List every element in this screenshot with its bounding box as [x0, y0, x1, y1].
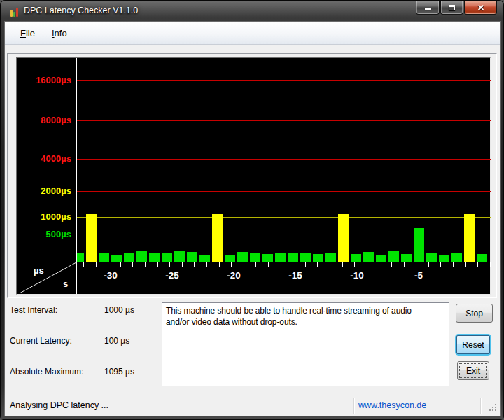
x-tick-mark	[268, 262, 269, 267]
x-tick-mark	[219, 262, 220, 267]
window-title: DPC Latency Checker V1.1.0	[24, 6, 138, 15]
x-unit-label: s	[63, 279, 68, 289]
latency-bar	[288, 253, 298, 262]
app-window: DPC Latency Checker V1.1.0 File Info 160…	[0, 0, 504, 420]
latency-bar	[376, 255, 386, 262]
latency-bar	[212, 214, 223, 262]
menubar: File Info	[5, 22, 500, 45]
stat-current-latency: Current Latency: 100 µs	[10, 336, 157, 347]
latency-bar	[149, 253, 160, 262]
latency-chart: 16000µs8000µs4000µs2000µs1000µs500µs µs …	[16, 57, 491, 295]
y-unit-label: µs	[34, 265, 44, 276]
latency-bar	[363, 252, 374, 262]
latency-bar	[464, 214, 475, 262]
x-tick-mark	[206, 262, 207, 267]
x-tick-label: -5	[414, 270, 423, 281]
gridline-16000	[77, 80, 491, 81]
status-separator	[480, 398, 481, 414]
x-tick-mark	[194, 262, 195, 267]
x-tick-mark	[255, 262, 256, 267]
latency-bar	[439, 255, 449, 262]
plot-area	[77, 58, 491, 262]
minimize-button[interactable]	[416, 1, 440, 15]
x-tick-mark	[391, 262, 392, 267]
latency-bar	[426, 253, 437, 262]
x-tick-mark	[453, 262, 454, 267]
y-tick-label: 8000µs	[41, 114, 71, 127]
gridline-500	[77, 234, 491, 235]
latency-bar	[414, 227, 424, 262]
x-tick-mark	[477, 262, 478, 267]
x-tick-mark	[169, 262, 170, 267]
stat-label: Test Interval:	[10, 305, 57, 315]
x-tick-mark	[490, 262, 491, 267]
latency-bar	[401, 254, 412, 262]
x-tick-mark	[416, 262, 416, 267]
x-tick-mark	[404, 262, 405, 267]
x-tick-mark	[120, 262, 121, 267]
stat-value: 1095 µs	[104, 367, 134, 377]
gridline-4000	[77, 159, 491, 160]
x-tick-mark	[379, 262, 379, 267]
gridline-1000	[77, 217, 491, 218]
app-icon	[9, 6, 20, 17]
stat-value: 100 µs	[104, 336, 130, 346]
latency-bar	[111, 255, 122, 262]
minimize-icon	[425, 8, 431, 10]
result-message-box: This machine should be able to handle re…	[162, 302, 449, 386]
latency-bar	[225, 255, 235, 262]
menu-info[interactable]: Info	[45, 26, 74, 41]
x-tick-mark	[317, 262, 318, 267]
x-tick-mark	[145, 262, 146, 267]
latency-bar	[477, 254, 487, 262]
chart-panel: 16000µs8000µs4000µs2000µs1000µs500µs µs …	[7, 53, 497, 298]
latency-bar	[174, 251, 185, 262]
x-tick-label: -15	[288, 270, 302, 281]
x-tick-mark	[244, 262, 244, 267]
stat-value: 1000 µs	[104, 305, 134, 315]
x-tick-mark	[440, 262, 441, 267]
x-tick-mark	[428, 262, 429, 267]
maximize-button[interactable]	[440, 1, 463, 15]
stop-button[interactable]: Stop	[456, 304, 493, 323]
x-tick-label: -20	[227, 270, 241, 281]
x-tick-mark	[342, 262, 343, 267]
menu-file[interactable]: File	[13, 26, 42, 41]
latency-bar	[187, 252, 197, 262]
titlebar[interactable]: DPC Latency Checker V1.1.0	[1, 1, 503, 22]
resize-grip-icon[interactable]	[489, 404, 498, 413]
x-tick-label: -10	[350, 270, 364, 281]
exit-button[interactable]: Exit	[457, 361, 489, 380]
latency-bar	[77, 253, 84, 262]
x-tick-label: -25	[165, 270, 179, 281]
latency-bar	[200, 255, 210, 262]
maximize-icon	[449, 5, 455, 10]
window-controls	[415, 1, 497, 15]
latency-bar	[275, 253, 286, 262]
latency-bar	[99, 253, 109, 262]
stat-label: Current Latency:	[10, 336, 72, 346]
close-button[interactable]	[464, 1, 497, 15]
x-tick-mark	[158, 262, 158, 267]
x-tick-mark	[305, 262, 306, 267]
reset-button[interactable]: Reset	[456, 335, 490, 354]
x-tick-mark	[293, 262, 293, 267]
y-tick-label: 1000µs	[41, 211, 71, 223]
latency-bar	[351, 254, 361, 262]
stat-test-interval: Test Interval: 1000 µs	[10, 305, 157, 316]
axis-corner: µs s	[17, 262, 76, 294]
latency-bar	[237, 252, 248, 262]
y-axis-labels: 16000µs8000µs4000µs2000µs1000µs500µs	[17, 58, 76, 262]
latency-bar	[313, 254, 323, 262]
x-tick-mark	[182, 262, 183, 267]
latency-bar	[262, 254, 273, 262]
status-separator	[354, 398, 354, 414]
latency-bar	[124, 253, 134, 262]
reset-button-glow: Reset	[455, 334, 491, 356]
close-icon	[477, 4, 485, 12]
latency-bar	[326, 253, 336, 262]
latency-bar	[451, 253, 462, 262]
thesycon-link[interactable]: www.thesycon.de	[358, 400, 426, 410]
y-tick-label: 500µs	[46, 228, 71, 241]
client-area: File Info 16000µs8000µs4000µs2000µs1000µ…	[5, 22, 500, 416]
